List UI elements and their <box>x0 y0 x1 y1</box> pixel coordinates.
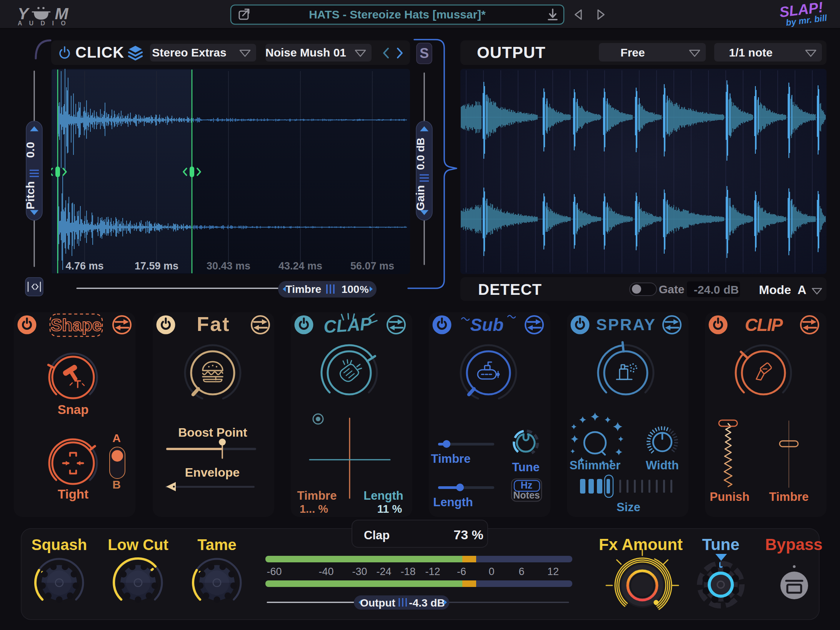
svg-text:S: S <box>420 45 429 61</box>
svg-text:B: B <box>112 478 121 491</box>
svg-text:-12: -12 <box>425 566 440 577</box>
svg-text:Stereo Extras: Stereo Extras <box>152 46 226 59</box>
svg-text:Tune: Tune <box>512 460 540 474</box>
svg-text:0: 0 <box>488 566 494 577</box>
svg-text:-4.3 dB: -4.3 dB <box>409 597 445 609</box>
svg-text:Gain: Gain <box>414 185 427 211</box>
svg-text:Clap: Clap <box>364 529 390 542</box>
svg-text:Timbre: Timbre <box>297 489 337 502</box>
svg-text:Tight: Tight <box>58 487 88 501</box>
svg-text:1/1 note: 1/1 note <box>729 46 772 59</box>
svg-text:17.59 ms: 17.59 ms <box>135 260 178 272</box>
svg-text:Sub: Sub <box>470 315 504 335</box>
svg-text:43.24 ms: 43.24 ms <box>278 260 322 272</box>
svg-text:DETECT: DETECT <box>478 281 542 298</box>
svg-text:HATS - Stereoize Hats [mussar]: HATS - Stereoize Hats [mussar]* <box>309 8 486 21</box>
svg-text:56.07 ms: 56.07 ms <box>350 260 394 272</box>
svg-text:Shape: Shape <box>51 316 102 334</box>
svg-text:Envelope: Envelope <box>185 465 240 479</box>
svg-text:Mode: Mode <box>759 283 791 297</box>
svg-text:Tune: Tune <box>702 535 739 554</box>
svg-text:Timbre: Timbre <box>769 490 809 504</box>
svg-text:Fx Amount: Fx Amount <box>599 535 683 554</box>
svg-text:30.43 ms: 30.43 ms <box>207 260 250 272</box>
svg-text:A U D I O: A U D I O <box>18 20 68 27</box>
svg-text:Output: Output <box>360 597 395 609</box>
svg-text:Low Cut: Low Cut <box>108 536 168 553</box>
svg-text:CLICK: CLICK <box>75 44 124 61</box>
svg-text:0.0 dB: 0.0 dB <box>415 138 427 170</box>
svg-text:Notes: Notes <box>513 490 540 500</box>
svg-text:-60: -60 <box>267 566 282 577</box>
svg-text:A: A <box>112 432 121 444</box>
svg-text:-24: -24 <box>376 566 391 577</box>
svg-text:Noise Mush 01: Noise Mush 01 <box>265 46 346 59</box>
svg-text:Free: Free <box>620 46 645 59</box>
svg-text:Length: Length <box>363 489 403 502</box>
svg-text:100: 100 <box>342 283 360 295</box>
svg-text:A: A <box>797 283 806 297</box>
svg-text:Width: Width <box>646 459 679 472</box>
svg-text:CLIP: CLIP <box>745 315 783 335</box>
svg-text:11 %: 11 % <box>377 503 402 515</box>
svg-text:Fat: Fat <box>197 313 230 335</box>
svg-text:6: 6 <box>518 566 524 577</box>
svg-text:Tame: Tame <box>197 536 237 553</box>
svg-text:1... %: 1... % <box>300 503 328 515</box>
svg-text:dB: dB <box>723 283 739 296</box>
svg-text:-6: -6 <box>457 566 466 577</box>
svg-text:Pitch: Pitch <box>24 181 37 209</box>
svg-text:0.0: 0.0 <box>24 142 37 158</box>
svg-text:Length: Length <box>433 495 473 509</box>
svg-text:Punish: Punish <box>710 490 749 504</box>
svg-text:%: % <box>360 284 368 295</box>
svg-text:-30: -30 <box>352 566 367 577</box>
svg-text:Shimmer: Shimmer <box>570 459 621 472</box>
svg-text:Boost Point: Boost Point <box>178 426 247 439</box>
svg-text:Snap: Snap <box>58 402 89 417</box>
svg-text:Size: Size <box>617 500 640 514</box>
svg-text:-18: -18 <box>400 566 415 577</box>
svg-text:Hz: Hz <box>521 480 533 490</box>
svg-text:Bypass: Bypass <box>765 535 822 554</box>
svg-text:Gate: Gate <box>659 283 685 296</box>
svg-text:4.76 ms: 4.76 ms <box>65 260 103 272</box>
svg-text:Squash: Squash <box>32 536 87 553</box>
svg-text:SPRAY: SPRAY <box>596 316 656 334</box>
svg-text:-40: -40 <box>318 566 333 577</box>
svg-text:-24.0: -24.0 <box>694 283 720 296</box>
svg-text:OUTPUT: OUTPUT <box>477 43 546 62</box>
svg-text:12: 12 <box>547 566 559 577</box>
svg-text:Timbre: Timbre <box>286 283 322 295</box>
svg-text:73 %: 73 % <box>453 527 483 542</box>
svg-text:Timbre: Timbre <box>431 452 471 465</box>
